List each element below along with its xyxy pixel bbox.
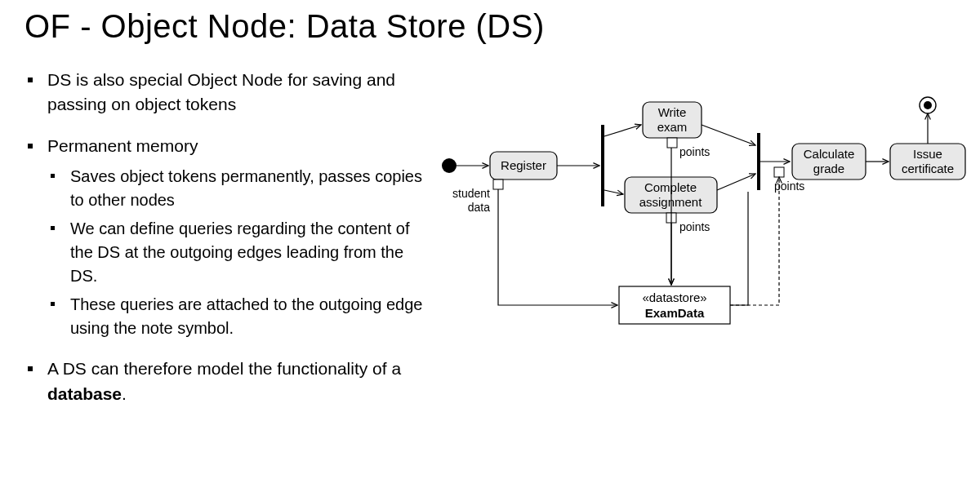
write-exam-l2: exam	[657, 120, 688, 134]
page-title: OF - Object Node: Data Store (DS)	[24, 8, 956, 45]
bullet-3-b: database	[47, 384, 122, 403]
activity-diagram: Register student data Write exam points	[433, 68, 956, 423]
write-exam-pin	[667, 138, 677, 148]
register-pin-label-1: student	[452, 187, 490, 200]
bullet-2-3: These queries are attached to the outgoi…	[47, 293, 433, 340]
register-pin	[493, 180, 503, 189]
datastore-name: ExamData	[645, 306, 705, 320]
bullet-3-c: .	[122, 384, 127, 403]
final-node-inner	[924, 101, 932, 109]
issue-l2: certificate	[902, 162, 954, 175]
issue-l1: Issue	[913, 147, 942, 161]
write-exam-pin-label: points	[679, 145, 710, 158]
svg-line-4	[604, 190, 623, 194]
bullet-3-a: A DS can therefore model the functionali…	[47, 359, 401, 378]
register-label: Register	[501, 158, 546, 172]
flow-ds-to-calc	[730, 177, 779, 305]
calc-l1: Calculate	[804, 147, 855, 161]
bullet-2-2: We can define queries regarding the cont…	[47, 217, 433, 288]
svg-line-5	[717, 174, 755, 190]
svg-line-3	[702, 125, 755, 145]
bullet-2: Permanent memory Saves object tokens per…	[24, 134, 433, 340]
bullet-2-1: Saves object tokens permanently, passes …	[47, 165, 433, 212]
calc-l2: grade	[813, 162, 844, 175]
complete-pin-label: points	[679, 220, 710, 233]
flow-register-to-ds	[498, 189, 617, 305]
flow-complete-to-ds	[730, 286, 748, 305]
initial-node-icon	[442, 158, 457, 173]
complete-l1: Complete	[644, 180, 697, 194]
register-pin-label-2: data	[468, 201, 490, 214]
bullet-3: A DS can therefore model the functionali…	[24, 357, 433, 406]
datastore-stereotype: «datastore»	[642, 290, 706, 304]
bullet-list: DS is also special Object Node for savin…	[24, 68, 433, 423]
svg-line-2	[604, 125, 641, 136]
bullet-2-text: Permanent memory	[47, 136, 198, 155]
calc-pin	[774, 167, 784, 177]
write-exam-l1: Write	[658, 105, 687, 119]
bullet-1: DS is also special Object Node for savin…	[24, 68, 433, 117]
